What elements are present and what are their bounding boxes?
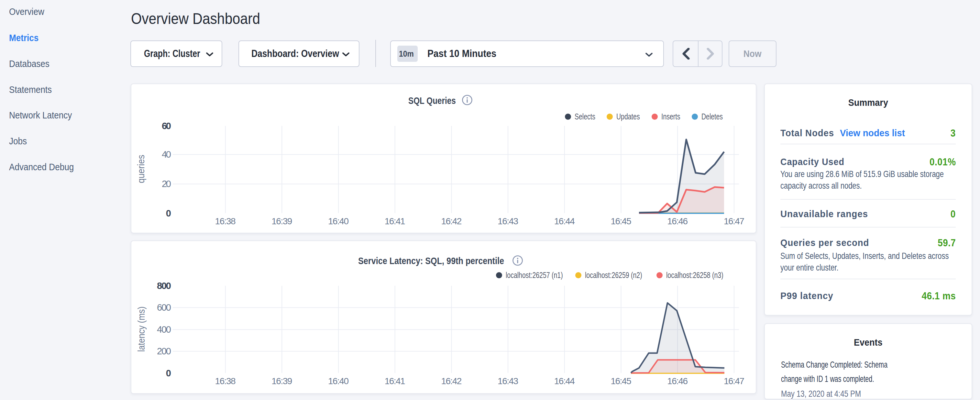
svg-text:60: 60 (162, 121, 171, 131)
svg-text:16:38: 16:38 (215, 216, 236, 226)
svg-text:16:42: 16:42 (441, 376, 462, 386)
svg-text:16:38: 16:38 (215, 376, 236, 386)
svg-text:16:45: 16:45 (611, 216, 632, 226)
svg-text:16:40: 16:40 (328, 216, 349, 226)
svg-text:16:41: 16:41 (385, 376, 406, 386)
svg-text:16:44: 16:44 (554, 216, 575, 226)
svg-text:16:42: 16:42 (441, 216, 462, 226)
svg-text:600: 600 (157, 302, 171, 312)
svg-text:800: 800 (157, 280, 171, 291)
svg-text:queries: queries (136, 155, 146, 183)
svg-text:16:47: 16:47 (724, 216, 745, 226)
svg-text:200: 200 (157, 346, 171, 356)
svg-text:16:45: 16:45 (611, 376, 632, 386)
svg-text:16:47: 16:47 (724, 376, 745, 386)
svg-text:latency (ms): latency (ms) (136, 306, 146, 352)
svg-text:16:46: 16:46 (667, 216, 688, 226)
svg-text:40: 40 (162, 149, 171, 159)
svg-text:16:43: 16:43 (498, 216, 518, 226)
svg-text:16:39: 16:39 (272, 216, 292, 226)
svg-text:16:41: 16:41 (385, 216, 406, 226)
svg-text:16:40: 16:40 (328, 376, 349, 386)
svg-text:16:44: 16:44 (554, 376, 575, 386)
svg-text:16:43: 16:43 (498, 376, 518, 386)
svg-text:16:46: 16:46 (667, 376, 688, 386)
svg-text:16:39: 16:39 (272, 376, 292, 386)
svg-text:0: 0 (166, 368, 171, 378)
svg-text:20: 20 (162, 178, 171, 189)
svg-text:0: 0 (166, 208, 171, 218)
svg-text:400: 400 (157, 324, 171, 335)
